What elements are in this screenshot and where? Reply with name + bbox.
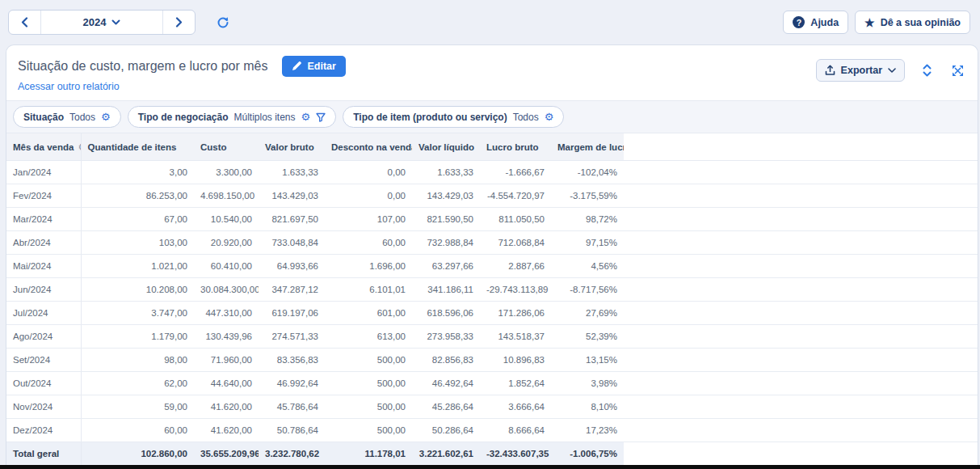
page-title: Situação de custo, margem e lucro por mê… <box>18 59 267 74</box>
value-cell: 86.253,00 <box>81 184 194 208</box>
column-header-2[interactable]: Quantidade de itens <box>81 133 194 161</box>
value-cell: 274.571,33 <box>259 325 325 349</box>
filter-label: Tipo de item (produto ou serviço) <box>353 112 507 123</box>
table-row: Jan/20243,003.300,001.633,330,001.633,33… <box>6 161 978 184</box>
row-filler <box>624 231 978 255</box>
column-header-4[interactable]: Valor bruto <box>259 133 325 161</box>
top-toolbar: 2024 ? Ajuda <box>0 0 980 44</box>
value-cell: 171.286,06 <box>480 302 551 325</box>
other-report-link[interactable]: Acessar outro relatório <box>18 81 120 92</box>
table-row: Dez/202460,0041.620,0050.786,64500,0050.… <box>6 419 978 442</box>
gear-icon[interactable]: ⚙ <box>101 112 111 122</box>
value-cell: 11.178,01 <box>325 442 412 466</box>
filter-value: Todos <box>513 112 539 123</box>
year-navigator: 2024 <box>8 10 196 35</box>
year-dropdown[interactable]: 2024 <box>41 11 162 34</box>
filter-value: Todos <box>69 112 95 123</box>
gear-icon[interactable]: ⚙ <box>301 112 311 122</box>
table-row: Ago/20241.179,00130.439,96274.571,33613,… <box>6 325 978 349</box>
row-filler <box>624 161 978 184</box>
value-cell: 107,00 <box>325 208 412 231</box>
value-cell: 601,00 <box>325 302 412 325</box>
value-cell: 64.993,66 <box>259 255 325 278</box>
column-header-6[interactable]: Valor líquido <box>412 133 480 161</box>
expand-vertical-icon <box>922 64 932 77</box>
value-cell: 3,98% <box>551 372 624 395</box>
value-cell: 619.197,06 <box>259 302 325 325</box>
value-cell: 103,00 <box>81 231 194 255</box>
edit-button[interactable]: Editar <box>282 56 345 77</box>
row-filler <box>624 349 978 372</box>
value-cell: 63.297,66 <box>412 255 480 278</box>
column-header-label: Lucro bruto <box>486 142 539 152</box>
refresh-button[interactable] <box>212 11 234 34</box>
value-cell: 447.310,00 <box>194 302 259 325</box>
total-label-cell: Total geral <box>6 442 81 466</box>
row-filler <box>624 419 978 442</box>
gear-icon[interactable]: ⚙ <box>545 112 554 122</box>
filter-value: Múltiplos itens <box>234 112 296 123</box>
value-cell: 143.429,03 <box>412 184 480 208</box>
table-row: Jul/20243.747,00447.310,00619.197,06601,… <box>6 302 978 325</box>
month-cell: Jul/2024 <box>6 302 81 325</box>
fullscreen-icon <box>952 65 964 77</box>
year-value: 2024 <box>83 16 107 28</box>
value-cell: 45.786,64 <box>259 395 325 419</box>
column-header-3[interactable]: Custo <box>194 133 259 161</box>
value-cell: 143.518,37 <box>480 325 551 349</box>
value-cell: 500,00 <box>325 349 412 372</box>
column-header-label: Valor bruto <box>265 142 314 152</box>
value-cell: 46.492,64 <box>412 372 480 395</box>
table-header-row: Mês da venda⚙Quantidade de itensCustoVal… <box>6 133 978 161</box>
value-cell: 97,15% <box>551 231 624 255</box>
export-icon <box>825 65 835 76</box>
filter-bar: Situação Todos ⚙ Tipo de negociação Múlt… <box>6 100 978 133</box>
value-cell: 1.633,33 <box>259 161 325 184</box>
report-header: Situação de custo, margem e lucro por mê… <box>6 45 978 100</box>
table-row: Abr/2024103,0020.920,00733.048,8460,0073… <box>6 231 978 255</box>
value-cell: 13,15% <box>551 349 624 372</box>
value-cell: 1.696,00 <box>325 255 412 278</box>
filter-chip-situacao[interactable]: Situação Todos ⚙ <box>13 106 121 128</box>
value-cell: -1.006,75% <box>551 442 624 466</box>
value-cell: 273.958,33 <box>412 325 480 349</box>
value-cell: 50.786,64 <box>259 419 325 442</box>
row-filler <box>624 255 978 278</box>
value-cell: 102.860,00 <box>81 442 194 466</box>
window-bottom-edge <box>0 465 980 469</box>
filter-chip-tipo-item[interactable]: Tipo de item (produto ou serviço) Todos … <box>343 106 564 128</box>
value-cell: 143.429,03 <box>259 184 325 208</box>
export-button[interactable]: Exportar <box>816 59 905 82</box>
funnel-icon[interactable] <box>316 112 326 122</box>
gear-icon[interactable]: ⚙ <box>78 142 81 153</box>
previous-year-button[interactable] <box>9 11 41 34</box>
value-cell: 20.920,00 <box>194 231 259 255</box>
value-cell: 59,00 <box>81 395 194 419</box>
help-button[interactable]: ? Ajuda <box>783 11 848 34</box>
column-header-label: Valor líquido <box>418 142 474 152</box>
next-year-button[interactable] <box>162 11 195 34</box>
value-cell: 60,00 <box>81 419 194 442</box>
column-header-7[interactable]: Lucro bruto <box>480 133 551 161</box>
feedback-button[interactable]: ★ Dê a sua opinião <box>855 11 970 34</box>
value-cell: 4.698.150,00 <box>194 184 259 208</box>
column-header-5[interactable]: Desconto na venda <box>325 133 412 161</box>
value-cell: 618.596,06 <box>412 302 480 325</box>
column-header-1[interactable]: Mês da venda⚙ <box>6 133 81 161</box>
refresh-icon <box>216 15 230 30</box>
value-cell: 67,00 <box>81 208 194 231</box>
row-filler <box>624 184 978 208</box>
table-row: Jun/202410.208,0030.084.300,00347.287,12… <box>6 278 978 302</box>
value-cell: 733.048,84 <box>259 231 325 255</box>
value-cell: 10.208,00 <box>81 278 194 302</box>
column-header-8[interactable]: Margem de lucro <box>551 133 624 161</box>
column-header-label: Margem de lucro <box>557 142 624 152</box>
month-cell: Dez/2024 <box>6 419 81 442</box>
filter-chip-tipo-negociacao[interactable]: Tipo de negociação Múltiplos itens ⚙ <box>128 106 337 128</box>
value-cell: 0,00 <box>325 161 412 184</box>
value-cell: 500,00 <box>325 419 412 442</box>
row-filler <box>624 208 978 231</box>
collapse-rows-button[interactable] <box>918 61 936 79</box>
report-card: Situação de custo, margem e lucro por mê… <box>6 44 978 465</box>
fullscreen-button[interactable] <box>948 61 966 79</box>
